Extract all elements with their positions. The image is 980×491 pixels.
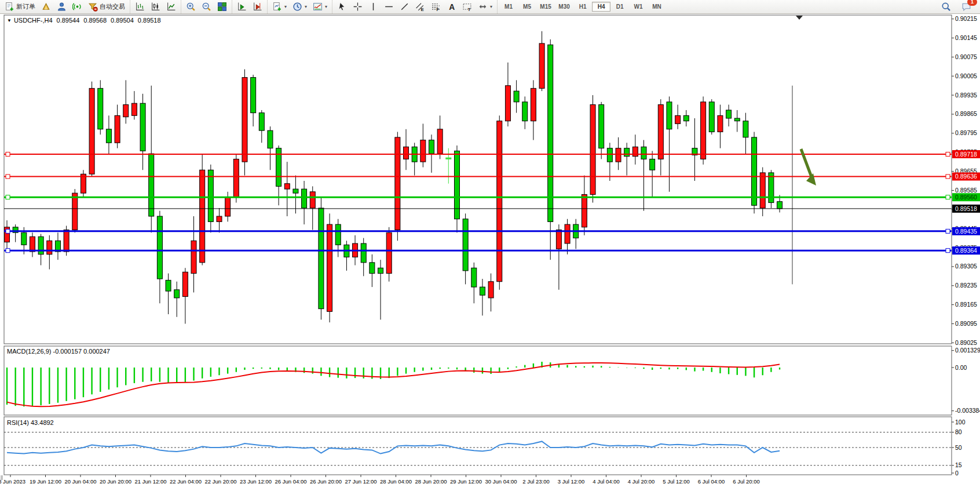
notifications-button[interactable]: 1 xyxy=(959,0,974,13)
macd-panel[interactable] xyxy=(4,346,952,415)
zoom-in-button[interactable] xyxy=(183,0,199,13)
line-handle[interactable] xyxy=(6,195,10,199)
candle-body xyxy=(446,158,451,159)
line-handle[interactable] xyxy=(6,174,10,179)
collapse-triangle-icon[interactable]: ▼ xyxy=(7,18,12,23)
chevron-down-icon[interactable]: ▾ xyxy=(490,4,492,9)
line-handle[interactable] xyxy=(946,229,950,233)
candle-body xyxy=(361,243,366,263)
candle-body xyxy=(89,88,94,174)
timeframe-w1-button[interactable]: W1 xyxy=(629,2,648,12)
person-icon xyxy=(57,2,67,12)
signals-button[interactable] xyxy=(70,0,85,13)
time-axis-label: 5 Jul 12:00 xyxy=(663,478,689,485)
zoom-out-button[interactable] xyxy=(199,0,214,13)
time-axis-label: 4 Jul 04:00 xyxy=(593,478,619,485)
timeframe-m1-button[interactable]: M1 xyxy=(499,2,518,12)
candle-body xyxy=(488,282,493,298)
price-axis-tick: 0.89585 xyxy=(955,187,977,194)
chart-shift-button[interactable] xyxy=(250,0,265,13)
vertical-line-button[interactable] xyxy=(365,0,381,13)
price-axis-tick: 0.90075 xyxy=(955,53,977,60)
fibonacci-icon: F xyxy=(431,2,441,12)
auto-trading-button[interactable]: 自动交易 xyxy=(85,0,128,13)
timeframe-h4-button[interactable]: H4 xyxy=(592,2,610,12)
search-button[interactable] xyxy=(938,0,954,13)
auto-scroll-icon xyxy=(237,2,247,12)
new-chart-icon xyxy=(272,2,282,12)
time-axis-label: 19 Jun 12:00 xyxy=(30,478,61,485)
line-handle[interactable] xyxy=(6,249,10,253)
line-handle[interactable] xyxy=(946,249,950,253)
templates-button[interactable]: ▾ xyxy=(310,0,330,13)
trendline-icon xyxy=(400,2,409,12)
chevron-down-icon[interactable]: ▾ xyxy=(305,4,307,9)
line-handle[interactable] xyxy=(946,195,950,199)
cursor-button[interactable] xyxy=(334,0,350,13)
price-axis-tick: 0.89865 xyxy=(955,110,977,117)
label-button[interactable]: T xyxy=(459,0,475,13)
community-button[interactable] xyxy=(54,0,70,13)
fibonacci-button[interactable]: F xyxy=(428,0,444,13)
price-line-label: 0.89364 xyxy=(955,247,977,254)
chevron-down-icon[interactable]: ▾ xyxy=(325,4,327,9)
rsi-name: RSI(14) xyxy=(7,419,29,426)
crosshair-icon xyxy=(353,2,363,12)
line-handle[interactable] xyxy=(6,229,10,233)
price-axis-tick: 0.89095 xyxy=(955,320,977,327)
timeframe-mn-button[interactable]: MN xyxy=(648,2,666,12)
candle-body xyxy=(531,88,536,121)
candle-body xyxy=(106,129,111,143)
timeframe-m5-button[interactable]: M5 xyxy=(518,2,536,12)
timeframe-h1-button[interactable]: H1 xyxy=(573,2,592,12)
candle-body xyxy=(548,45,553,221)
tile-windows-button[interactable] xyxy=(214,0,230,13)
toolbar-right: 1 xyxy=(938,0,980,13)
candle-body xyxy=(752,137,757,205)
rsi-axis-tick: 100 xyxy=(955,419,966,425)
candle-body xyxy=(386,232,392,273)
candle-body xyxy=(429,140,434,154)
chevron-down-icon[interactable]: ▾ xyxy=(284,4,287,9)
horizontal-line-button[interactable] xyxy=(381,0,397,13)
new-order-button[interactable]: 新订单 xyxy=(2,0,38,13)
timeframe-m30-button[interactable]: M30 xyxy=(555,2,573,12)
channel-button[interactable]: E xyxy=(412,0,428,13)
text-button[interactable]: A xyxy=(444,0,459,13)
line-handle[interactable] xyxy=(946,152,950,157)
rsi-axis-tick: 15 xyxy=(955,461,962,468)
line-handle[interactable] xyxy=(6,152,10,157)
candlestick-button[interactable] xyxy=(148,0,163,13)
candle-body xyxy=(480,287,485,295)
rsi-panel[interactable] xyxy=(4,417,952,475)
candle-body xyxy=(734,118,740,121)
line-handle[interactable] xyxy=(946,174,950,179)
candle-body xyxy=(251,78,256,113)
arrows-button[interactable]: ▾ xyxy=(475,0,495,13)
new-chart-button[interactable]: ▾ xyxy=(269,0,290,13)
time-axis-label: 6 Jul 20:00 xyxy=(733,478,759,485)
trendline-button[interactable] xyxy=(397,0,412,13)
rsi-indicator-label: RSI(14) 43.4892 xyxy=(7,419,54,426)
candle-body xyxy=(607,148,612,162)
price-line-label: 0.89518 xyxy=(955,205,977,212)
price-line-label: 0.89636 xyxy=(955,173,977,180)
line-chart-button[interactable] xyxy=(163,0,179,13)
timeframe-m15-button[interactable]: M15 xyxy=(536,2,555,12)
price-axis-tick: 0.89025 xyxy=(955,339,977,346)
price-chart[interactable]: 0.902150.901450.900750.900050.899350.898… xyxy=(0,14,980,491)
candle-body xyxy=(650,159,655,170)
candle-body xyxy=(174,290,180,298)
toolbar-group xyxy=(181,0,232,13)
gold-tool-icon xyxy=(41,2,51,12)
chart-shift-icon xyxy=(253,2,262,12)
bar-chart-button[interactable] xyxy=(132,0,148,13)
time-axis-label: 22 Jun 04:00 xyxy=(170,478,202,485)
crosshair-button[interactable] xyxy=(350,0,365,13)
time-axis-label: 26 Jun 20:00 xyxy=(310,478,342,485)
auto-scroll-button[interactable] xyxy=(234,0,250,13)
periods-button[interactable]: ▾ xyxy=(290,0,310,13)
timeframe-d1-button[interactable]: D1 xyxy=(610,2,629,12)
metaeditor-button[interactable] xyxy=(38,0,54,13)
chart-window[interactable]: 0.902150.901450.900750.900050.899350.898… xyxy=(0,14,980,491)
